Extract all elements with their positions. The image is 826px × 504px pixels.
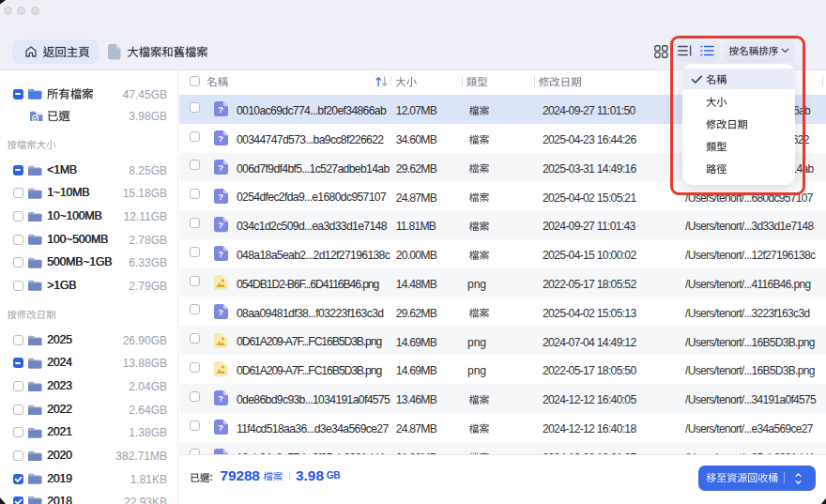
svg-text:?: ? [218,307,223,317]
svg-text:?: ? [218,162,223,173]
svg-text:?: ? [218,220,223,230]
svg-text:?: ? [218,393,223,404]
svg-text:?: ? [218,249,223,259]
svg-text:?: ? [218,133,223,144]
svg-text:?: ? [218,422,223,433]
svg-text:?: ? [218,104,223,115]
svg-text:?: ? [218,191,223,202]
